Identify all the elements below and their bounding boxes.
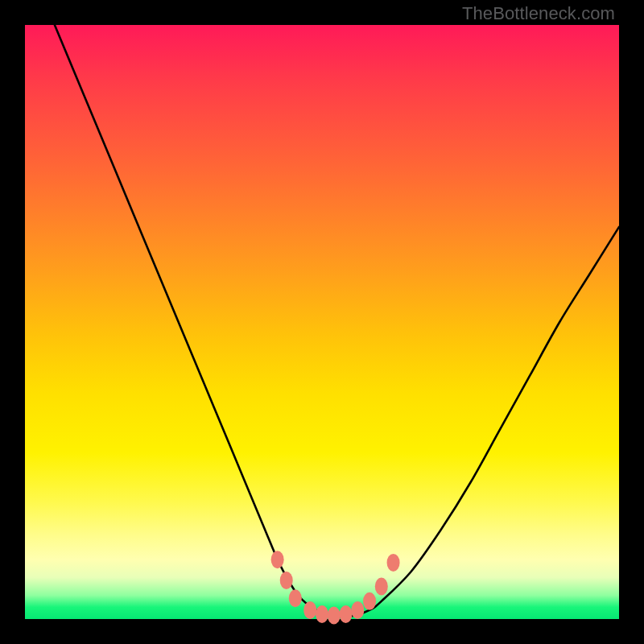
valley-marker — [375, 577, 388, 595]
valley-marker — [328, 607, 341, 625]
valley-marker — [289, 589, 302, 607]
valley-marker — [340, 605, 353, 623]
valley-marker — [271, 551, 284, 568]
curve-layer — [55, 25, 619, 617]
valley-marker — [387, 554, 400, 572]
valley-marker — [316, 605, 328, 623]
valley-marker — [303, 601, 316, 619]
valley-markers — [271, 551, 400, 624]
valley-marker — [280, 572, 293, 589]
chart-svg — [25, 25, 619, 619]
bottleneck-curve — [55, 25, 619, 617]
valley-marker — [351, 601, 364, 619]
watermark-text: TheBottleneck.com — [462, 3, 615, 24]
chart-frame: TheBottleneck.com — [0, 0, 644, 644]
valley-marker — [363, 592, 376, 610]
